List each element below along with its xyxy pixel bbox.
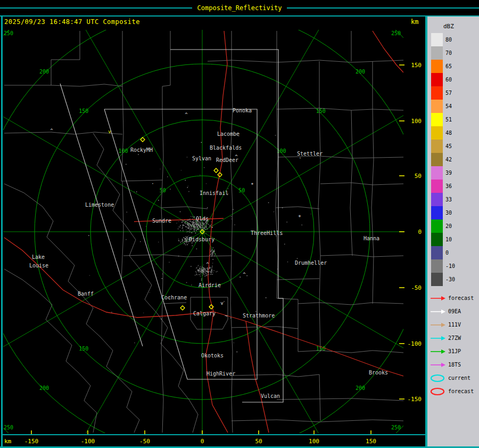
- svg-text:200: 200: [39, 69, 49, 75]
- x-axis-label: 0: [201, 438, 204, 445]
- legend-arrow-icon: [430, 334, 447, 343]
- svg-text:200: 200: [39, 385, 49, 391]
- svg-text:200: 200: [356, 385, 365, 391]
- colorbar-value: 30: [445, 210, 452, 216]
- map-marker: ~: [225, 313, 228, 319]
- colorbar-row: 42: [427, 153, 479, 166]
- x-axis-label: 150: [366, 438, 376, 445]
- legend-arrow-icon: [430, 347, 447, 356]
- colorbar-row: -10: [427, 259, 479, 273]
- y-axis-label: 150: [411, 62, 422, 69]
- colorbar-row: 30: [427, 206, 479, 219]
- map-marker: +: [298, 213, 301, 218]
- map-marker: ^: [185, 112, 188, 117]
- colorbar-title: dBZ: [443, 23, 479, 30]
- colorbar-swatch: [431, 246, 443, 259]
- colorbar-value: 57: [445, 90, 452, 96]
- y-axis-label: 100: [411, 118, 422, 125]
- city-label: Limestone: [85, 202, 114, 208]
- colorbar-value: 54: [445, 103, 452, 109]
- x-axis-label: 100: [309, 438, 319, 445]
- colorbar-value: -30: [445, 276, 455, 282]
- legend-label: 18TS: [448, 362, 461, 368]
- city-label: Cochrane: [161, 295, 187, 300]
- city-label: Hanna: [364, 235, 379, 241]
- city-label: Olds: [196, 216, 209, 222]
- legend-ellipse-icon: [430, 387, 447, 396]
- colorbar-value: 36: [445, 183, 452, 189]
- city-label: Sundre: [152, 218, 171, 224]
- legend-arrow-icon: [430, 361, 447, 369]
- colorbar-swatch: [431, 206, 443, 219]
- city-label: Sylvan: [192, 156, 211, 161]
- map-marker: v: [108, 129, 111, 134]
- legend-label: 31JP: [448, 348, 461, 354]
- legend-item-27ZW: 27ZW: [427, 331, 479, 345]
- colorbar-swatch: [431, 113, 443, 126]
- colorbar-value: 42: [445, 157, 452, 162]
- city-label: Lake: [32, 254, 45, 260]
- map-marker: *: [251, 182, 253, 188]
- city-label: Innisfail: [200, 190, 228, 196]
- map-marker: ^: [206, 262, 209, 267]
- colorbar-panel: dBZ 807065605754514845423936333020100-10…: [427, 17, 479, 446]
- city-label: Didsbury: [189, 237, 214, 242]
- city-label: Drumheller: [295, 260, 327, 266]
- colorbar-swatch: [431, 126, 443, 140]
- legend-arrow-icon: [430, 307, 447, 316]
- legend-label: 27ZW: [448, 335, 461, 341]
- colorbar-value: -10: [445, 263, 455, 269]
- colorbar-value: 45: [445, 143, 452, 149]
- radar-site-icon: [180, 306, 185, 310]
- legend-label: forecast: [448, 295, 474, 301]
- colorbar-row: 39: [427, 166, 479, 180]
- x-axis-label: -100: [81, 438, 95, 445]
- svg-text:150: 150: [316, 108, 326, 114]
- city-label: HighRiver: [207, 371, 235, 377]
- colorbar-row: 70: [427, 46, 479, 60]
- colorbar-swatch: [431, 273, 443, 286]
- colorbar-value: 70: [445, 50, 452, 56]
- legend-label: 111V: [448, 322, 461, 328]
- legend-item-current: current: [427, 371, 479, 385]
- city-label: Vulcan: [261, 393, 280, 399]
- svg-text:200: 200: [356, 69, 365, 75]
- y-axis-label: 50: [415, 173, 422, 180]
- svg-text:100: 100: [118, 148, 128, 154]
- colorbar-row: 45: [427, 140, 479, 153]
- frame-left: [1, 17, 3, 448]
- svg-text:250: 250: [391, 30, 401, 36]
- city-label: Lacombe: [217, 131, 240, 137]
- y-axis-label: -50: [411, 284, 422, 291]
- colorbar-swatch: [431, 86, 443, 100]
- x-axis-label: 50: [255, 438, 262, 445]
- colorbar-value: 80: [445, 37, 452, 43]
- radar-viewer-window: Composite_Reflectivity 2025/09/23 16:48:…: [0, 0, 479, 448]
- colorbar-swatch: [431, 33, 443, 46]
- map-marker: ·: [151, 181, 154, 186]
- svg-text:150: 150: [79, 108, 88, 114]
- colorbar-swatch: [431, 46, 443, 60]
- map-marker: ^: [50, 128, 53, 133]
- colorbar-value: 33: [445, 197, 452, 202]
- city-label: ThreeHills: [251, 230, 283, 236]
- radar-map[interactable]: 5050100100150150150150200200200200250250…: [0, 0, 426, 448]
- km-unit-bottom: km: [4, 438, 12, 445]
- map-marker: ^: [243, 272, 246, 277]
- svg-text:150: 150: [79, 346, 88, 352]
- colorbar-value: 65: [445, 63, 452, 69]
- colorbar-row: 51: [427, 113, 479, 126]
- y-axis-label: 0: [418, 229, 422, 235]
- legend-label: forecast: [448, 388, 474, 394]
- legend-item-31JP: 31JP: [427, 345, 479, 358]
- y-axis-label: -150: [408, 396, 422, 403]
- colorbar-swatches: 807065605754514845423936333020100-10-30: [427, 33, 479, 286]
- city-label: Airdrie: [199, 282, 221, 288]
- city-label: RockyMH: [130, 147, 153, 153]
- colorbar-swatch: [431, 219, 443, 233]
- colorbar-swatch: [431, 100, 443, 113]
- colorbar-swatch: [431, 180, 443, 193]
- svg-text:50: 50: [238, 188, 245, 193]
- x-axis-label: -150: [24, 438, 39, 445]
- legend-arrow-icon: [430, 294, 447, 303]
